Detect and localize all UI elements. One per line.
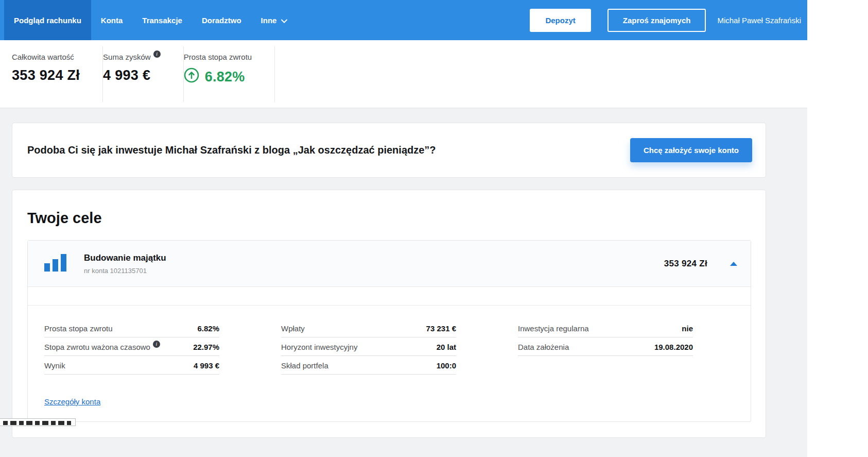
- detail-label: Data założenia: [518, 343, 569, 351]
- stat-total-profit-label: Suma zysków: [103, 53, 151, 61]
- goals-card: Twoje cele Budowanie majątku nr konta 10…: [12, 190, 766, 438]
- info-icon[interactable]: i: [153, 341, 160, 348]
- detail-label: Inwestycja regularna: [518, 324, 589, 333]
- detail-value: 22.97%: [193, 343, 219, 351]
- goal-details: Prosta stopa zwrotu 6.82% Stopa zwrotu w…: [28, 306, 751, 375]
- account-summary: Całkowita wartość 353 924 Zł Suma zysków…: [0, 40, 807, 108]
- goal-header[interactable]: Budowanie majątku nr konta 1021135701 35…: [28, 241, 751, 287]
- detail-value: 19.08.2020: [654, 343, 693, 351]
- user-menu[interactable]: Michał Paweł Szafrański: [717, 16, 801, 25]
- goal-titles: Budowanie majątku nr konta 1021135701: [84, 253, 166, 275]
- detail-row: Inwestycja regularna nie: [518, 319, 693, 337]
- chevron-down-icon: [281, 16, 287, 25]
- partial-overlay: [0, 418, 76, 426]
- divider: [274, 46, 275, 102]
- promo-question: Podoba Ci się jak inwestuje Michał Szafr…: [27, 144, 436, 156]
- stat-simple-return: Prosta stopa zwrotu 6.82%: [184, 40, 275, 87]
- detail-value: 4 993 €: [194, 361, 219, 370]
- goal-name: Budowanie majątku: [84, 253, 166, 263]
- main-menu: Podgląd rachunku Konta Transakcje Doradz…: [4, 0, 297, 40]
- stat-total-value-label: Całkowita wartość: [12, 53, 80, 61]
- stat-simple-return-label: Prosta stopa zwrotu: [184, 53, 252, 61]
- goal-account-number: nr konta 1021135701: [84, 267, 166, 275]
- goals-title: Twoje cele: [27, 210, 751, 227]
- nav-actions: Depozyt Zaproś znajomych Michał Paweł Sz…: [530, 0, 807, 40]
- open-account-button[interactable]: Chcę założyć swoje konto: [630, 138, 752, 162]
- detail-row: Wynik 4 993 €: [44, 356, 219, 375]
- nav-item-podglad-rachunku[interactable]: Podgląd rachunku: [4, 0, 91, 40]
- detail-label: Horyzont inwestycyjny: [281, 343, 357, 351]
- deposit-button[interactable]: Depozyt: [530, 9, 591, 32]
- nav-item-transakcje[interactable]: Transakcje: [132, 0, 192, 40]
- chevron-up-icon[interactable]: [730, 262, 737, 266]
- detail-label: Wynik: [44, 361, 65, 370]
- nav-item-inne[interactable]: Inne: [251, 0, 298, 40]
- nav-item-konta[interactable]: Konta: [91, 0, 133, 40]
- detail-row: Stopa zwrotu ważona czasowo i 22.97%: [44, 337, 219, 356]
- top-navigation: Podgląd rachunku Konta Transakcje Doradz…: [0, 0, 807, 40]
- arrow-up-circle-icon: [184, 67, 199, 87]
- invite-friends-button[interactable]: Zaproś znajomych: [607, 9, 706, 32]
- account-details-link[interactable]: Szczegóły konta: [44, 397, 100, 406]
- goal-panel: Budowanie majątku nr konta 1021135701 35…: [27, 240, 751, 422]
- partial-overlay-text: [3, 421, 71, 425]
- bar-chart-icon: [44, 254, 67, 274]
- detail-row: Skład portfela 100:0: [281, 356, 456, 375]
- stat-simple-return-amount: 6.82%: [205, 69, 245, 85]
- detail-value: 20 lat: [437, 343, 456, 351]
- nav-item-doradztwo[interactable]: Doradztwo: [192, 0, 251, 40]
- info-icon[interactable]: i: [153, 50, 161, 58]
- details-column-3: Inwestycja regularna nie Data założenia …: [518, 319, 693, 375]
- detail-label: Prosta stopa zwrotu: [44, 324, 113, 333]
- stat-total-value-amount: 353 924 Zł: [12, 67, 80, 83]
- detail-row: Prosta stopa zwrotu 6.82%: [44, 319, 219, 337]
- detail-label: Wpłaty: [281, 324, 305, 333]
- detail-value: nie: [682, 324, 693, 333]
- detail-row: Data założenia 19.08.2020: [518, 337, 693, 356]
- goal-value: 353 924 Zł: [664, 259, 707, 269]
- page: Podgląd rachunku Konta Transakcje Doradz…: [0, 0, 807, 457]
- detail-row: Horyzont inwestycyjny 20 lat: [281, 337, 456, 356]
- goal-subbar: [28, 287, 751, 306]
- detail-value: 6.82%: [197, 324, 219, 333]
- detail-label: Skład portfela: [281, 361, 328, 370]
- detail-row: Wpłaty 73 231 €: [281, 319, 456, 337]
- details-column-1: Prosta stopa zwrotu 6.82% Stopa zwrotu w…: [44, 319, 219, 375]
- details-column-2: Wpłaty 73 231 € Horyzont inwestycyjny 20…: [281, 319, 456, 375]
- nav-item-inne-label: Inne: [261, 16, 277, 25]
- promo-card: Podoba Ci się jak inwestuje Michał Szafr…: [12, 123, 766, 178]
- stat-total-value: Całkowita wartość 353 924 Zł: [12, 40, 102, 83]
- detail-value: 100:0: [437, 361, 456, 370]
- main-content: Podoba Ci się jak inwestuje Michał Szafr…: [0, 108, 807, 457]
- stat-total-profit-amount: 4 993 €: [103, 67, 161, 83]
- stat-total-profit: Suma zysków i 4 993 €: [103, 40, 183, 83]
- detail-label: Stopa zwrotu ważona czasowo: [44, 343, 150, 351]
- detail-value: 73 231 €: [426, 324, 456, 333]
